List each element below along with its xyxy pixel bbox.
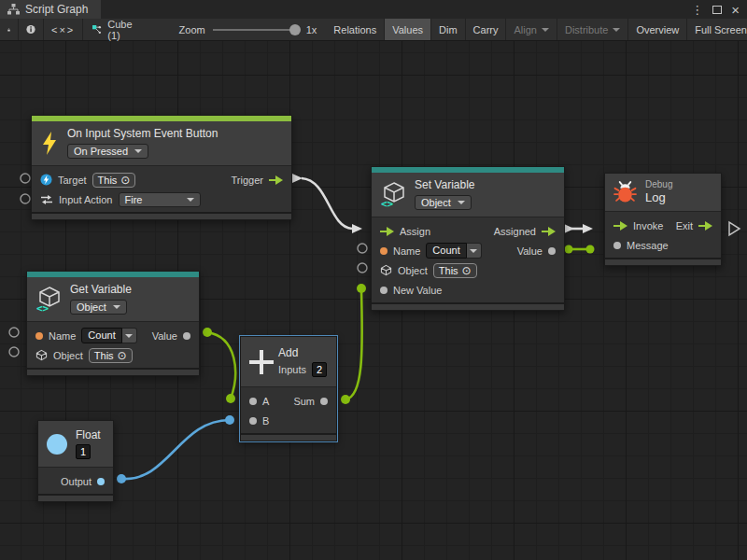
- node-get-variable[interactable]: <> Get Variable Object Name Count: [26, 271, 200, 376]
- node-title: Set Variable: [415, 178, 474, 191]
- title-bar: Script Graph ⋮ ×: [0, 0, 747, 19]
- object-this-chip[interactable]: This ⊙: [433, 263, 477, 278]
- full-screen-button[interactable]: Full Screen: [687, 19, 747, 40]
- node-footer: [372, 302, 564, 310]
- message-input-port[interactable]: [613, 242, 621, 249]
- tab-script-graph[interactable]: Script Graph: [0, 0, 101, 19]
- breadcrumb-label: Cube (1): [107, 19, 135, 41]
- new-value-port[interactable]: [380, 287, 388, 294]
- graph-hierarchy-icon: [7, 4, 20, 15]
- node-footer: [32, 212, 291, 219]
- value-output-port[interactable]: [548, 247, 556, 255]
- breadcrumb-graph[interactable]: Cube (1): [83, 19, 145, 40]
- exit-exec-port[interactable]: [698, 221, 712, 231]
- node-footer: [241, 433, 336, 441]
- name-row: Name Count Value: [27, 326, 199, 345]
- node-footer: [38, 494, 113, 501]
- chevron-down-icon: [187, 198, 194, 202]
- node-on-input-system-event-button[interactable]: On Input System Event Button On Pressed …: [31, 115, 292, 220]
- node-title: Float: [76, 428, 101, 441]
- on-pressed-dropdown[interactable]: On Pressed: [67, 144, 148, 159]
- sum-output-port[interactable]: [320, 398, 328, 405]
- input-system-icon: [40, 174, 52, 186]
- inputs-count-field[interactable]: 2: [312, 362, 327, 377]
- relations-button[interactable]: Relations: [326, 19, 385, 40]
- graph-node-icon: [92, 23, 102, 36]
- overview-button[interactable]: Overview: [628, 19, 687, 40]
- svg-text:<>: <>: [36, 302, 49, 313]
- window-close-icon[interactable]: ×: [731, 3, 740, 17]
- new-value-row: New Value: [372, 280, 564, 300]
- object-row: Object This ⊙: [372, 260, 564, 280]
- message-row: Message: [605, 235, 721, 255]
- lock-icon: [7, 24, 10, 35]
- a-input-port[interactable]: [249, 398, 257, 405]
- input-action-icon: [40, 194, 53, 205]
- node-title: Log: [645, 190, 666, 204]
- assign-exec-port[interactable]: [380, 227, 394, 236]
- object-row: Object This ⊙: [27, 345, 199, 365]
- variable-kind-dropdown[interactable]: Object: [70, 300, 127, 315]
- node-set-variable[interactable]: <> Set Variable Object Assign Assigned: [371, 166, 565, 311]
- trigger-port-label: Trigger: [232, 175, 263, 186]
- window-menu-icon[interactable]: ⋮: [691, 4, 703, 16]
- cube-icon: [35, 349, 48, 361]
- this-target-icon: ⊙: [120, 175, 130, 186]
- b-input-port[interactable]: [249, 417, 257, 425]
- invoke-exec-port[interactable]: [613, 221, 627, 231]
- tab-label: Script Graph: [25, 3, 88, 16]
- this-target-icon: ⊙: [462, 265, 472, 276]
- trigger-exec-port[interactable]: [269, 175, 283, 185]
- node-add[interactable]: Add Inputs 2 A Sum: [240, 336, 337, 441]
- name-combo[interactable]: Count: [426, 243, 481, 259]
- info-button[interactable]: [19, 19, 44, 40]
- zoom-slider-knob[interactable]: [289, 24, 301, 35]
- invoke-row: Invoke Exit: [605, 216, 721, 235]
- name-value-port[interactable]: [35, 332, 43, 340]
- values-button[interactable]: Values: [385, 19, 431, 40]
- float-value-field[interactable]: 1: [76, 444, 91, 459]
- name-value-port[interactable]: [380, 247, 388, 255]
- assigned-exec-port[interactable]: [542, 227, 556, 236]
- input-action-dropdown[interactable]: Fire: [119, 192, 201, 207]
- lightning-icon: [40, 131, 59, 156]
- graph-canvas[interactable]: On Input System Event Button On Pressed …: [0, 41, 747, 560]
- inputs-label: Inputs: [278, 364, 306, 375]
- window-maximize-icon[interactable]: [712, 6, 722, 14]
- node-category: Debug: [645, 179, 672, 189]
- graph-toolbar: <×> Cube (1) Zoom 1x Relations Values Di…: [0, 19, 747, 41]
- name-row: Name Count Value: [372, 241, 564, 260]
- carry-button[interactable]: Carry: [466, 19, 507, 40]
- node-title: Get Variable: [70, 283, 132, 296]
- b-row: B: [241, 411, 336, 430]
- align-button[interactable]: Align: [506, 19, 557, 40]
- zoom-slider[interactable]: [213, 29, 299, 31]
- chevron-down-icon: [458, 201, 465, 204]
- zoom-value: 1x: [306, 24, 317, 35]
- variable-kind-dropdown[interactable]: Object: [415, 195, 472, 210]
- assign-row: Assign Assigned: [372, 221, 564, 241]
- distribute-button[interactable]: Distribute: [557, 19, 628, 40]
- chevron-down-icon: [470, 249, 477, 253]
- zoom-control: Zoom 1x: [146, 19, 327, 40]
- output-row: Output: [38, 471, 113, 491]
- input-action-row: Input Action Fire: [32, 189, 291, 209]
- name-combo[interactable]: Count: [81, 328, 136, 343]
- node-footer: [27, 368, 199, 375]
- chevron-down-icon: [125, 334, 133, 338]
- zoom-label: Zoom: [179, 24, 205, 35]
- chevron-down-icon: [542, 28, 549, 32]
- this-target-icon: ⊙: [118, 350, 127, 361]
- lock-button[interactable]: [0, 19, 19, 40]
- node-footer: [605, 258, 721, 265]
- value-output-port[interactable]: [183, 332, 190, 340]
- cube-icon: [380, 264, 392, 276]
- object-this-chip[interactable]: This ⊙: [89, 348, 133, 363]
- target-this-chip[interactable]: This ⊙: [92, 173, 136, 188]
- node-debug-log[interactable]: Debug Log Invoke Exit Message: [604, 173, 722, 266]
- dim-button[interactable]: Dim: [431, 19, 466, 40]
- node-float[interactable]: Float 1 Output: [37, 420, 114, 502]
- output-port[interactable]: [97, 478, 105, 485]
- code-view-button[interactable]: <×>: [44, 19, 83, 40]
- svg-text:<>: <>: [381, 198, 394, 208]
